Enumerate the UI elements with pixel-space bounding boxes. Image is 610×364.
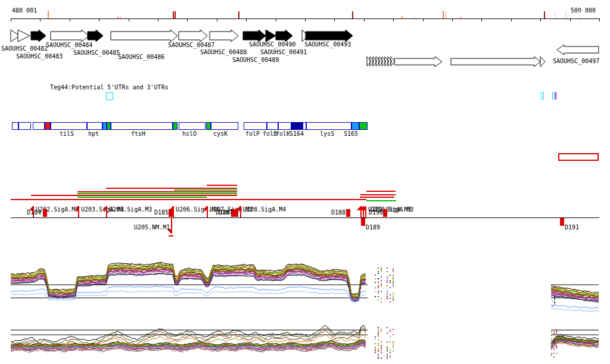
repeat-zigzag-icon[interactable]	[385, 57, 389, 66]
gene-arrow-SAOUHSC_00486[interactable]	[111, 30, 178, 42]
operon-box[interactable]	[359, 122, 368, 130]
operon-box[interactable]	[351, 122, 359, 130]
repeat-zigzag-icon[interactable]	[376, 57, 380, 66]
utr-box[interactable]	[552, 92, 555, 99]
terminator-mark[interactable]	[234, 209, 238, 217]
operon-box[interactable]	[267, 122, 278, 130]
sample-dot	[375, 278, 376, 279]
terminator-mark[interactable]	[346, 209, 350, 217]
operon-box[interactable]	[179, 122, 206, 130]
gene-arrow-SAOUHSC_00496b[interactable]	[540, 57, 545, 67]
tss-flag[interactable]	[173, 206, 174, 217]
tss-flag[interactable]	[240, 206, 241, 217]
operon-box[interactable]	[211, 122, 238, 130]
sample-dot	[381, 350, 382, 351]
tss-label[interactable]: U208.SigA.M4	[243, 206, 286, 213]
sample-dot	[554, 286, 555, 287]
operon-box[interactable]	[102, 122, 107, 130]
terminator-mark[interactable]	[560, 218, 564, 226]
terminator-label[interactable]: D187	[219, 209, 233, 216]
feature-label-below[interactable]: U205.NM.M1	[134, 224, 170, 231]
tss-label[interactable]: U204.SigA.M3	[109, 206, 152, 213]
repeat-zigzag-icon[interactable]	[373, 57, 377, 66]
operon-box[interactable]	[18, 122, 31, 130]
operon-box[interactable]	[107, 122, 111, 130]
feature-label-below[interactable]: D189	[366, 224, 380, 231]
sample-dot	[387, 285, 388, 287]
sample-dot	[390, 341, 391, 343]
utr-box[interactable]	[106, 92, 113, 100]
sample-dot	[387, 341, 388, 343]
tss-label[interactable]: U202.SigA.M3	[36, 206, 79, 213]
utr-mark[interactable]	[555, 92, 556, 99]
sample-dot	[378, 357, 379, 359]
feature-axis-line	[11, 217, 599, 218]
gene-arrow-SAOUHSC_00490[interactable]	[266, 30, 276, 42]
sample-dot	[390, 350, 391, 351]
terminator-label[interactable]: D185	[154, 209, 169, 216]
repeat-zigzag-icon[interactable]	[382, 57, 386, 66]
operon-box[interactable]	[278, 122, 291, 130]
gene-arrow-SAOUHSC_00485[interactable]	[88, 30, 103, 42]
read-line	[394, 194, 396, 195]
sample-dot	[554, 304, 555, 305]
sample-dot	[378, 350, 379, 351]
sample-dot	[378, 267, 379, 269]
operon-box[interactable]	[291, 122, 303, 130]
gene-arrow-SAOUHSC_00494[interactable]	[394, 57, 442, 67]
gene-arrow-SAOUHSC_00493[interactable]	[306, 30, 353, 42]
gene-arrow-SAOUHSC_00497[interactable]	[557, 45, 599, 55]
sample-dot	[553, 344, 555, 345]
repeat-zigzag-icon[interactable]	[379, 57, 383, 66]
tss-flag[interactable]	[78, 206, 79, 217]
gene-arrow-SAOUHSC_00489[interactable]	[243, 30, 266, 42]
sample-dot	[387, 294, 388, 295]
terminator-label[interactable]: D188	[331, 209, 346, 216]
operon-box[interactable]	[173, 122, 178, 130]
operon-gene-label: folK	[276, 130, 290, 137]
operon-box[interactable]	[206, 122, 211, 130]
terminator-mark[interactable]	[169, 209, 173, 217]
tss-flag[interactable]	[106, 206, 107, 217]
operon-box[interactable]	[45, 122, 51, 130]
sample-dot	[381, 267, 382, 269]
operon-gene-label: cysK	[213, 130, 228, 137]
sample-dot	[375, 350, 376, 351]
operon-box[interactable]	[306, 122, 351, 130]
operon-box[interactable]	[33, 122, 45, 130]
gene-arrow-SAOUHSC_00485a[interactable]	[51, 30, 89, 42]
feature-label-below[interactable]: D191	[565, 224, 579, 231]
tss-flag[interactable]	[207, 206, 208, 217]
sample-dot	[387, 293, 388, 294]
sample-dot	[378, 340, 379, 341]
terminator-label[interactable]: D184	[27, 209, 41, 216]
sample-dot	[390, 336, 391, 337]
repeat-zigzag-icon[interactable]	[388, 57, 392, 66]
operon-box[interactable]	[51, 122, 87, 130]
tss-flag-head	[167, 229, 171, 234]
operon-box[interactable]	[244, 122, 267, 130]
sample-dot	[551, 331, 552, 332]
terminator-mark[interactable]	[43, 209, 47, 217]
repeat-zigzag-icon[interactable]	[370, 57, 374, 66]
gene-arrow-SAOUHSC_00483a[interactable]	[18, 30, 30, 42]
operon-box[interactable]	[87, 122, 102, 130]
tss-flag[interactable]	[365, 206, 366, 217]
gene-arrow-SAOUHSC_00491[interactable]	[276, 30, 292, 42]
terminator-mark[interactable]	[361, 218, 365, 226]
gene-arrow-SAOUHSC_00487[interactable]	[179, 30, 207, 42]
sample-dot	[393, 294, 394, 295]
read-line	[77, 197, 207, 198]
prediction-box[interactable]	[558, 153, 599, 161]
repeat-zigzag-icon[interactable]	[367, 57, 371, 66]
operon-box[interactable]	[111, 122, 173, 130]
gene-arrow-SAOUHSC_00496[interactable]	[451, 57, 540, 67]
gene-arrow-SAOUHSC_00488[interactable]	[210, 30, 238, 42]
terminator-label[interactable]: D190	[369, 209, 383, 216]
operon-box[interactable]	[12, 122, 18, 130]
sample-dot	[393, 296, 394, 297]
utr-box[interactable]	[541, 92, 544, 99]
terminator-mark[interactable]	[383, 209, 387, 217]
gene-arrow-SAOUHSC_00484[interactable]	[31, 30, 46, 42]
tss-flag[interactable]	[171, 217, 172, 234]
